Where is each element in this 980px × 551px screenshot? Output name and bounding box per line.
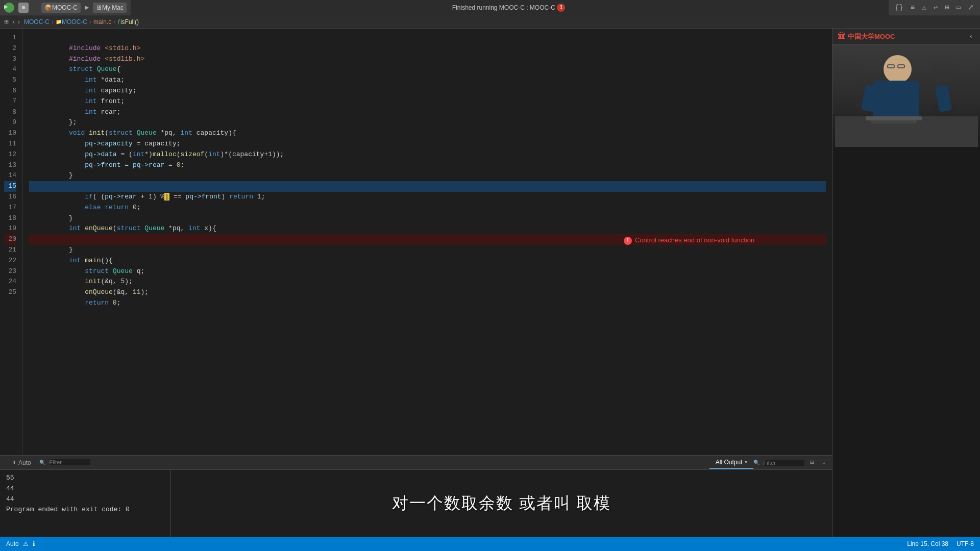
code-line-7: int rear; (29, 96, 826, 107)
panel-icon[interactable]: ▭ (954, 2, 963, 13)
output-line-1: 55 (6, 473, 164, 484)
status-left: Auto ⚠ ℹ (6, 540, 35, 547)
code-line-4: int *data; (29, 64, 826, 75)
tab-auto[interactable]: ⏸ Auto (5, 457, 37, 468)
code-line-10: pq->capacity = capacity; (29, 128, 826, 139)
code-line-5: int capacity; (29, 75, 826, 86)
stop-button[interactable]: ■ (18, 3, 29, 13)
logo-icon: 🏛 (838, 32, 846, 41)
back-icon[interactable]: ↩ (932, 2, 940, 13)
code-line-24: enQueue(&q, 11); (29, 277, 826, 287)
status-bar: Auto ⚠ ℹ Line 15, Col 38 UTF-8 (0, 537, 980, 551)
line-col-indicator: Line 15, Col 38 (907, 540, 948, 547)
code-editor[interactable]: 1 2 3 4 5 6 7 8 9 10 11 12 13 14 15 16 1… (0, 29, 832, 537)
code-line-18: int enQueue(struct Queue *pq, int x){ (29, 213, 826, 224)
code-line-23: init(&q, 5); (29, 266, 826, 277)
person-head (884, 55, 912, 83)
code-line-8: }; (29, 107, 826, 118)
toolbar: ▶ ■ 📦 MOOC-C ▶ 🖥 My Mac Finished running… (0, 0, 980, 15)
mooc-logo-text: 中国大学MOOC (848, 32, 895, 41)
nav-fwd[interactable]: › (18, 18, 20, 26)
error-text: Control reaches end of non-void function (635, 235, 754, 246)
braces-icon[interactable]: {} (893, 3, 905, 13)
code-line-12: pq->front = pq->rear = 0; (29, 149, 826, 160)
code-line-20: } ! Control reaches end of non-void func… (29, 234, 826, 245)
status-info-icon: ℹ (33, 540, 35, 547)
bottom-panel: ⏸ Auto 🔍 All Output ▾ 🔍 ⊡ ↓ (0, 455, 832, 537)
filter-input-left[interactable] (50, 459, 90, 465)
person-container (835, 45, 978, 147)
clear-icon[interactable]: ⊡ (808, 458, 816, 467)
code-line-2: #include <stdlib.h> (29, 43, 826, 54)
nav-back[interactable]: ‹ (13, 18, 15, 26)
code-line-22: struct Queue q; (29, 256, 826, 266)
folder-icon: 📁 (56, 19, 62, 24)
error-icon: ! (624, 237, 632, 245)
build-status: Finished running MOOC-C : MOOC-C 1 (131, 0, 889, 15)
filter-input-right[interactable] (764, 460, 804, 466)
output-right: 对一个数取余数 或者叫 取模 (171, 470, 832, 537)
laptop-screen (866, 116, 922, 120)
code-line-13: } (29, 160, 826, 171)
person-body (873, 81, 919, 121)
fullscreen-icon[interactable]: ⤢ (966, 2, 976, 13)
status-auto[interactable]: Auto (6, 540, 19, 547)
filter-icon-left: 🔍 (39, 460, 45, 466)
code-line-17: } (29, 203, 826, 213)
mooc-logo: 🏛 中国大学MOOC (838, 32, 895, 41)
breadcrumb-file[interactable]: main.c (93, 18, 111, 26)
output-line-2: 44 (6, 484, 164, 494)
scheme-selector[interactable]: 📦 MOOC-C (41, 3, 81, 13)
output-left: 55 44 44 Program ended with exit code: 0 (0, 470, 171, 537)
error-message: ! Control reaches end of non-void functi… (624, 235, 754, 246)
code-line-25: return 0; (29, 287, 826, 298)
auto-icon: ⏸ (11, 460, 16, 465)
warning-icon[interactable]: ⚠ (920, 2, 928, 13)
line-toggle[interactable]: ⊞ (4, 18, 9, 25)
list-icon[interactable]: ≡ (909, 3, 917, 13)
code-line-11: pq->data = (int*)malloc(sizeof(int)*(cap… (29, 139, 826, 149)
filter-icon-right: 🔍 (753, 460, 760, 466)
main-layout: 1 2 3 4 5 6 7 8 9 10 11 12 13 14 15 16 1… (0, 29, 980, 537)
subtitle: 对一个数取余数 或者叫 取模 (392, 492, 611, 515)
status-warning-icon: ⚠ (23, 540, 29, 547)
line-numbers: 1 2 3 4 5 6 7 8 9 10 11 12 13 14 15 16 1… (0, 29, 23, 455)
video-thumbnail[interactable] (832, 45, 980, 147)
bottom-content: 55 44 44 Program ended with exit code: 0… (0, 470, 832, 537)
code-line-15: if( (pq->rear + 1) %| == pq->front) retu… (29, 181, 826, 192)
code-line-9: void init(struct Queue *pq, int capacity… (29, 117, 826, 128)
error-badge: 1 (557, 4, 565, 12)
run-button[interactable]: ▶ (4, 3, 14, 13)
video-header: 🏛 中国大学MOOC ‹ (832, 29, 980, 45)
code-line-21: int main(){ (29, 245, 826, 256)
code-line-3: struct Queue{ (29, 54, 826, 65)
program-output: 55 44 44 Program ended with exit code: 0 (6, 473, 164, 515)
tab-all-output[interactable]: All Output ▾ (709, 457, 753, 469)
video-panel: 🏛 中国大学MOOC ‹ (832, 29, 980, 537)
breadcrumb-group[interactable]: MOOC-C (62, 18, 87, 26)
bottom-tabs: ⏸ Auto 🔍 All Output ▾ 🔍 ⊡ ↓ (0, 456, 832, 470)
output-line-3: 44 (6, 494, 164, 505)
code-content[interactable]: #include <stdio.h> #include <stdlib.h> s… (23, 29, 832, 455)
code-line-16: else return 0; (29, 192, 826, 203)
code-line-1: #include <stdio.h> (29, 33, 826, 43)
encoding-indicator: UTF-8 (957, 540, 974, 547)
breadcrumb-project[interactable]: MOOC-C (24, 18, 50, 26)
output-line-4: Program ended with exit code: 0 (6, 505, 164, 515)
code-line-6: int front; (29, 86, 826, 96)
breadcrumb-bar: ⊞ ‹ › MOOC-C › 📁 MOOC-C › main.c › ƒ isF… (0, 15, 980, 29)
output-arrow-icon: ▾ (745, 459, 747, 465)
code-area: 1 2 3 4 5 6 7 8 9 10 11 12 13 14 15 16 1… (0, 29, 832, 455)
code-line-19 (29, 223, 826, 234)
collapse-icon[interactable]: ‹ (967, 32, 975, 41)
video-person (832, 45, 980, 147)
download-icon[interactable]: ↓ (820, 458, 828, 467)
breadcrumb-function[interactable]: isFull() (120, 18, 139, 26)
status-right: Line 15, Col 38 UTF-8 (907, 540, 974, 547)
toolbar-separator (35, 3, 35, 13)
layout-icon[interactable]: ⊞ (943, 2, 951, 13)
toolbar-right: {} ≡ ⚠ ↩ ⊞ ▭ ⤢ (893, 2, 976, 13)
code-line-14: int isFull(const struct Queue *pq){ (29, 170, 826, 181)
device-selector[interactable]: 🖥 My Mac (93, 3, 127, 13)
arrow-icon: ▶ (85, 4, 89, 11)
